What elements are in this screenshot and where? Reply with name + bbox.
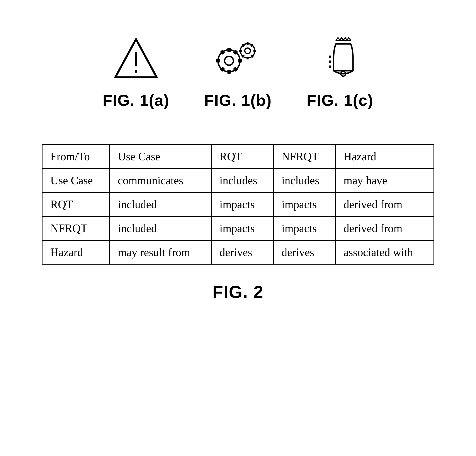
fig1b-label: FIG. 1(b) — [204, 91, 272, 109]
cell-rqt-rqt: impacts — [212, 192, 273, 216]
svg-rect-17 — [254, 50, 256, 52]
relationship-table: From/To Use Case RQT NFRQT Hazard Use Ca… — [42, 144, 434, 265]
gears-icon — [214, 35, 262, 83]
svg-point-28 — [329, 60, 332, 63]
col-header-rqt: RQT — [212, 145, 273, 169]
cell-nfrqt-from: NFRQT — [42, 216, 110, 240]
cell-hazard-from: Hazard — [42, 240, 110, 264]
cell-rqt-hazard: derived from — [335, 192, 434, 216]
col-header-hazard: Hazard — [335, 145, 434, 169]
relationship-table-section: From/To Use Case RQT NFRQT Hazard Use Ca… — [42, 144, 434, 265]
svg-rect-8 — [216, 59, 220, 63]
cell-rqt-usecase: included — [110, 192, 212, 216]
figure-1c: FIG. 1(c) — [307, 35, 373, 109]
fig2-label: FIG. 2 — [212, 282, 264, 302]
cell-hazard-usecase: may result from — [110, 240, 212, 264]
table-row: NFRQT included impacts impacts derived f… — [42, 216, 434, 240]
col-header-fromto: From/To — [42, 145, 110, 169]
table-row: Use Case communicates includes includes … — [42, 169, 434, 192]
cell-hazard-hazard: associated with — [335, 240, 434, 264]
svg-rect-7 — [238, 59, 242, 63]
table-row: RQT included impacts impacts derived fro… — [42, 192, 434, 216]
svg-marker-26 — [347, 38, 351, 41]
svg-rect-5 — [227, 48, 230, 52]
col-header-usecase: Use Case — [110, 145, 212, 169]
figure-1a: FIG. 1(a) — [103, 35, 169, 109]
cell-usecase-hazard: may have — [335, 169, 434, 192]
bell-notifications-icon — [316, 35, 364, 83]
fig1c-label: FIG. 1(c) — [307, 91, 373, 109]
cell-hazard-nfrqt: derives — [273, 240, 335, 264]
cell-rqt-nfrqt: impacts — [273, 192, 335, 216]
svg-rect-6 — [227, 70, 230, 74]
cell-nfrqt-usecase: included — [110, 216, 212, 240]
svg-point-4 — [225, 56, 233, 65]
svg-rect-18 — [239, 50, 242, 52]
svg-rect-16 — [246, 57, 248, 59]
col-header-nfrqt: NFRQT — [273, 145, 335, 169]
cell-hazard-rqt: derives — [212, 240, 273, 264]
svg-point-27 — [329, 55, 332, 58]
cell-usecase-rqt: includes — [212, 169, 273, 192]
table-row: Hazard may result from derives derives a… — [42, 240, 434, 264]
cell-usecase-from: Use Case — [42, 169, 110, 192]
svg-rect-1 — [135, 52, 137, 66]
svg-rect-2 — [135, 70, 137, 73]
svg-point-14 — [245, 48, 250, 54]
figure-1b: FIG. 1(b) — [204, 35, 272, 109]
cell-usecase-usecase: communicates — [110, 169, 212, 192]
cell-nfrqt-rqt: impacts — [212, 216, 273, 240]
cell-nfrqt-hazard: derived from — [335, 216, 434, 240]
svg-rect-15 — [246, 42, 248, 45]
table-header-row: From/To Use Case RQT NFRQT Hazard — [42, 145, 434, 169]
cell-rqt-from: RQT — [42, 192, 110, 216]
figures-row: FIG. 1(a) — [103, 35, 373, 109]
cell-nfrqt-nfrqt: impacts — [273, 216, 335, 240]
fig1a-label: FIG. 1(a) — [103, 91, 169, 109]
svg-point-29 — [329, 65, 332, 68]
cell-usecase-nfrqt: includes — [273, 169, 335, 192]
warning-triangle-icon — [112, 35, 160, 83]
